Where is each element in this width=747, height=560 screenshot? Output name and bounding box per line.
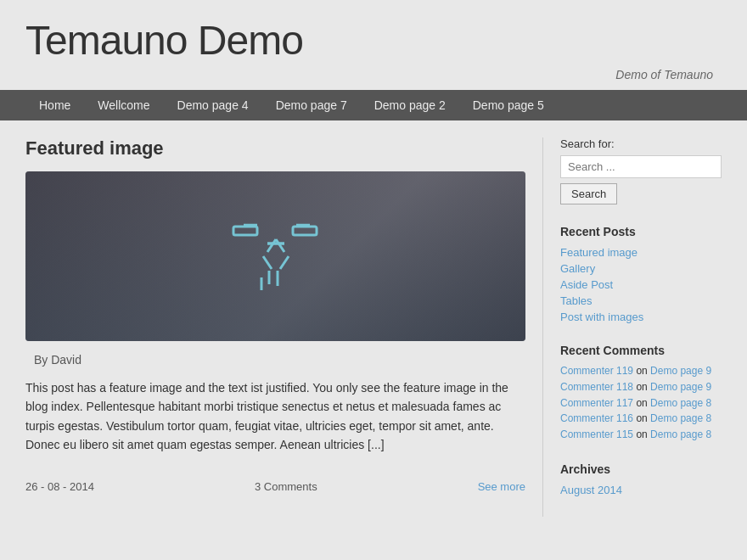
nav-item-demo7[interactable]: Demo page 7	[262, 90, 361, 120]
commenter-link-5[interactable]: Commenter 115	[560, 428, 633, 440]
comment-page-link-3[interactable]: Demo page 8	[650, 397, 711, 409]
sidebar-archives: Archives August 2014	[560, 462, 722, 496]
sidebar-recent-posts: Recent Posts Featured image Gallery Asid…	[560, 225, 722, 323]
archive-link-1[interactable]: August 2014	[560, 484, 622, 496]
svg-rect-0	[233, 227, 257, 235]
content-area: Featured image	[25, 137, 525, 517]
comment-page-link-1[interactable]: Demo page 9	[650, 365, 711, 377]
nav-item-wellcome[interactable]: Wellcome	[84, 90, 163, 120]
list-item: Gallery	[560, 261, 722, 275]
comment-page-link-4[interactable]: Demo page 8	[650, 412, 711, 424]
featured-image	[25, 171, 525, 341]
comment-on-5: on	[636, 428, 647, 440]
recent-posts-title: Recent Posts	[560, 225, 722, 238]
archives-title: Archives	[560, 462, 722, 476]
post-title: Featured image	[25, 137, 525, 160]
recent-post-link-3[interactable]: Aside Post	[560, 278, 613, 291]
commenter-link-3[interactable]: Commenter 117	[560, 397, 633, 409]
comment-page-link-5[interactable]: Demo page 8	[650, 428, 711, 440]
post-footer: 26 - 08 - 2014 3 Comments See more	[25, 472, 525, 493]
recent-comments-title: Recent Comments	[560, 344, 722, 357]
svg-line-5	[263, 256, 272, 269]
comment-page-link-2[interactable]: Demo page 9	[650, 381, 711, 393]
list-item: Aside Post	[560, 277, 722, 291]
site-title: Temauno Demo	[25, 17, 722, 64]
search-input[interactable]	[560, 155, 722, 178]
svg-line-6	[280, 256, 289, 269]
svg-rect-1	[293, 227, 317, 235]
post-comments: 3 Comments	[255, 480, 317, 493]
site-tagline: Demo of Temauno	[25, 68, 722, 81]
main-container: Featured image	[0, 120, 747, 534]
search-button[interactable]: Search	[560, 183, 617, 204]
list-item: Commenter 119 on Demo page 9	[560, 364, 722, 378]
archives-list: August 2014	[560, 483, 722, 496]
svg-line-3	[267, 239, 276, 252]
list-item: Commenter 116 on Demo page 8	[560, 412, 722, 426]
nav-item-home[interactable]: Home	[25, 90, 84, 120]
list-item: Commenter 115 on Demo page 8	[560, 428, 722, 442]
post-date: 26 - 08 - 2014	[25, 480, 94, 493]
recent-post-link-2[interactable]: Gallery	[560, 262, 595, 275]
recent-post-link-4[interactable]: Tables	[560, 294, 593, 307]
sidebar-search-section: Search for: Search	[560, 137, 722, 204]
recent-post-link-5[interactable]: Post with images	[560, 311, 643, 323]
svg-line-4	[276, 239, 284, 252]
sidebar: Search for: Search Recent Posts Featured…	[560, 137, 722, 517]
post-author: By David	[25, 353, 525, 367]
sidebar-recent-comments: Recent Comments Commenter 119 on Demo pa…	[560, 344, 722, 442]
main-nav: Home Wellcome Demo page 4 Demo page 7 De…	[0, 90, 747, 120]
comment-on-4: on	[636, 412, 647, 424]
nav-item-demo5[interactable]: Demo page 5	[459, 90, 558, 120]
search-for-label: Search for:	[560, 137, 722, 150]
comment-on-1: on	[636, 365, 647, 377]
list-item: Commenter 118 on Demo page 9	[560, 380, 722, 395]
site-header: Temauno Demo Demo of Temauno	[0, 0, 747, 90]
list-item: Post with images	[560, 310, 722, 323]
featured-image-graphic	[208, 201, 344, 311]
comment-on-2: on	[636, 381, 647, 393]
nav-item-demo4[interactable]: Demo page 4	[164, 90, 262, 120]
recent-comments-list: Commenter 119 on Demo page 9 Commenter 1…	[560, 364, 722, 442]
commenter-link-1[interactable]: Commenter 119	[560, 365, 633, 377]
commenter-link-2[interactable]: Commenter 118	[560, 381, 633, 393]
comment-on-3: on	[636, 397, 647, 409]
recent-posts-list: Featured image Gallery Aside Post Tables…	[560, 245, 722, 323]
content-divider	[542, 137, 543, 517]
list-item: Tables	[560, 294, 722, 307]
nav-item-demo2[interactable]: Demo page 2	[361, 90, 459, 120]
commenter-link-4[interactable]: Commenter 116	[560, 412, 633, 424]
list-item: Featured image	[560, 245, 722, 259]
post-excerpt: This post has a feature image and the te…	[25, 378, 525, 455]
recent-post-link-1[interactable]: Featured image	[560, 246, 637, 259]
see-more-link[interactable]: See more	[478, 480, 525, 493]
list-item: August 2014	[560, 483, 722, 496]
list-item: Commenter 117 on Demo page 8	[560, 396, 722, 411]
